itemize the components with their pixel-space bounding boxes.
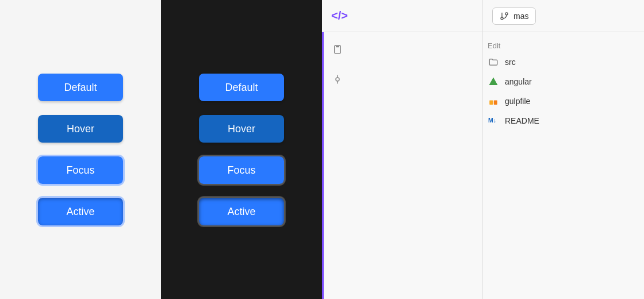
- file-name-src: src: [505, 57, 516, 67]
- commit-icon-light[interactable]: [329, 71, 346, 87]
- list-item[interactable]: gulpfile: [488, 91, 644, 111]
- focus-button-dark[interactable]: Focus: [199, 156, 284, 184]
- file-name-angular: angular: [505, 77, 532, 86]
- branch-name-light: mas: [513, 12, 528, 21]
- branch-icon-light: [500, 12, 509, 21]
- nodejs-icon-angular: [488, 76, 499, 87]
- folder-icon-src: [488, 56, 499, 68]
- list-item[interactable]: src: [488, 52, 644, 72]
- filetree-branch-panel-light: mas Edit src angular: [483, 0, 644, 299]
- svg-point-7: [501, 17, 503, 20]
- edit-label-light: Edit: [488, 37, 644, 52]
- active-button-dark[interactable]: Active: [199, 198, 284, 225]
- file-list-light: Edit src angular: [483, 32, 644, 299]
- file-name-readme: README: [505, 116, 539, 125]
- list-item[interactable]: angular: [488, 72, 644, 91]
- hover-button-dark[interactable]: Hover: [199, 115, 284, 143]
- list-item[interactable]: M↓ README: [488, 111, 644, 131]
- svg-point-2: [336, 78, 339, 81]
- svg-rect-9: [489, 101, 493, 105]
- branch-box-light[interactable]: mas: [492, 7, 536, 25]
- code-icon-light: </>: [331, 9, 348, 22]
- svg-point-6: [505, 13, 508, 15]
- light-button-panel: Default Hover Focus Active: [0, 0, 161, 299]
- focus-button-light[interactable]: Focus: [38, 156, 123, 184]
- svg-rect-1: [336, 45, 339, 47]
- branch-header-light: mas: [483, 0, 644, 32]
- default-button-light[interactable]: Default: [38, 74, 123, 101]
- clipboard-icon[interactable]: [329, 41, 346, 57]
- dark-button-panel: Default Hover Focus Active: [161, 0, 322, 299]
- filetree-content-light: [322, 32, 482, 299]
- svg-rect-10: [494, 101, 497, 105]
- markdown-icon-readme: M↓: [488, 115, 499, 126]
- hover-button-light[interactable]: Hover: [38, 115, 123, 143]
- filetree-icon-panel-light: </>: [322, 0, 483, 299]
- gulp-icon-gulpfile: [488, 95, 499, 107]
- file-name-gulpfile: gulpfile: [505, 97, 530, 106]
- filetree-header-light: </>: [322, 0, 482, 32]
- active-button-light[interactable]: Active: [38, 198, 123, 225]
- sidebar-icons-light: [324, 32, 351, 299]
- svg-marker-8: [489, 78, 498, 86]
- default-button-dark[interactable]: Default: [199, 74, 284, 101]
- svg-text:M↓: M↓: [488, 117, 496, 124]
